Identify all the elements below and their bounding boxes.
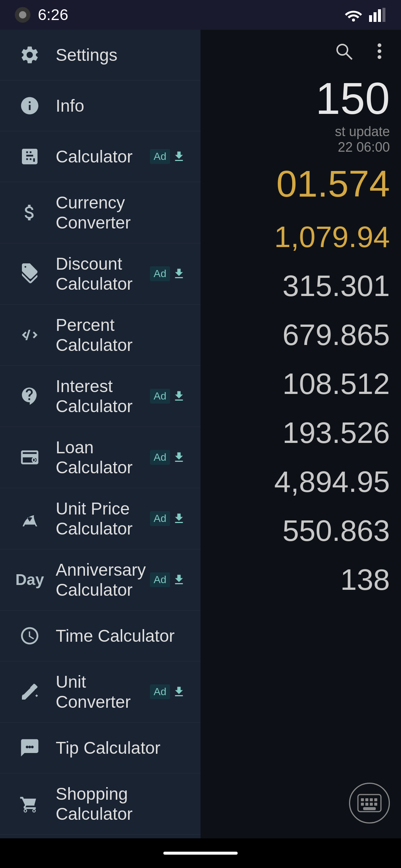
wifi-icon (344, 8, 363, 22)
sidebar-item-shopping-calculator[interactable]: Shopping Calculator (0, 773, 200, 835)
search-icon[interactable] (333, 41, 354, 62)
bg-value-2: 679.865 (200, 318, 390, 352)
svg-rect-2 (369, 15, 372, 22)
discount-icon (15, 259, 45, 289)
sidebar-item-loan-calculator[interactable]: Loan Calculator Ad (0, 427, 200, 488)
unit-converter-label: Unit Converter (56, 672, 150, 712)
svg-rect-16 (361, 803, 364, 806)
calculator-ad-badge: Ad (150, 149, 186, 164)
sidebar-item-interest-calculator[interactable]: Interest Calculator Ad (0, 366, 200, 427)
anniversary-ad-badge: Ad (150, 572, 186, 587)
svg-line-7 (346, 53, 352, 59)
cart-icon (15, 789, 45, 819)
bg-update: st update 22 06:00 (200, 124, 390, 155)
sidebar-item-settings[interactable]: Settings (0, 30, 200, 80)
unit-converter-ad-badge: Ad (150, 684, 186, 699)
svg-rect-20 (363, 807, 376, 810)
sidebar-item-unit-converter[interactable]: Unit Converter Ad (0, 661, 200, 723)
svg-point-9 (378, 49, 381, 53)
day-icon: Day (15, 565, 45, 595)
info-icon (15, 91, 45, 121)
loan-calculator-label: Loan Calculator (56, 437, 150, 477)
svg-rect-19 (374, 803, 377, 806)
interest-calculator-label: Interest Calculator (56, 376, 150, 416)
discount-ad-badge: Ad (150, 266, 186, 281)
info-label: Info (56, 96, 186, 116)
settings-label: Settings (56, 45, 186, 65)
svg-rect-4 (378, 9, 381, 22)
status-time: 6:26 (38, 6, 68, 24)
percent-icon (15, 320, 45, 350)
svg-rect-13 (365, 798, 368, 801)
signal-icon (369, 8, 386, 22)
dollar-icon (15, 198, 45, 227)
sidebar-item-calculator[interactable]: Calculator Ad (0, 131, 200, 182)
discount-calculator-label: Discount Calculator (56, 254, 150, 294)
loan-ad-badge: Ad (150, 450, 186, 465)
svg-point-8 (378, 43, 381, 47)
bg-value-6: 550.863 (200, 514, 390, 548)
status-icons (344, 8, 386, 22)
bg-value-7: 138 (200, 563, 390, 597)
svg-point-22 (26, 746, 29, 748)
ruler-icon (15, 677, 45, 707)
loan-icon (15, 443, 45, 472)
keyboard-fab[interactable] (349, 783, 390, 823)
sidebar-item-info[interactable]: Info (0, 80, 200, 131)
svg-point-10 (378, 55, 381, 59)
sidebar-item-anniversary-calculator[interactable]: Day Anniversary Calculator Ad (0, 549, 200, 611)
shopping-calculator-label: Shopping Calculator (56, 784, 186, 824)
svg-point-24 (31, 746, 34, 748)
sidebar-item-discount-calculator[interactable]: Discount Calculator Ad (0, 243, 200, 305)
calculator-icon (15, 142, 45, 171)
svg-rect-5 (382, 8, 385, 22)
svg-rect-15 (374, 798, 377, 801)
svg-point-6 (337, 45, 348, 55)
interest-ad-badge: Ad (150, 389, 186, 404)
anniversary-calculator-label: Anniversary Calculator (56, 560, 150, 600)
svg-point-0 (19, 11, 26, 19)
svg-rect-18 (370, 803, 373, 806)
sidebar-item-unit-price-calculator[interactable]: Unit Price Calculator Ad (0, 488, 200, 549)
svg-rect-17 (365, 803, 368, 806)
bg-value-3: 108.512 (200, 367, 390, 401)
percent-calculator-label: Percent Calculator (56, 315, 186, 355)
bg-main-value: 01.574 (200, 162, 390, 205)
interest-icon (15, 381, 45, 411)
navigation-drawer: Settings Info Calculator Ad Currency (0, 30, 200, 868)
scale-icon (15, 504, 45, 533)
clock-icon (15, 621, 45, 651)
unit-price-ad-badge: Ad (150, 511, 186, 526)
status-bar: 6:26 (0, 0, 401, 30)
sidebar-item-time-calculator[interactable]: Time Calculator (0, 611, 200, 661)
sidebar-item-percent-calculator[interactable]: Percent Calculator (0, 305, 200, 366)
nav-bar (0, 838, 401, 868)
svg-point-23 (29, 746, 31, 748)
tip-icon (15, 733, 45, 763)
more-icon[interactable] (369, 41, 390, 62)
calculator-label: Calculator (56, 147, 150, 167)
bg-value-1: 315.301 (200, 269, 390, 303)
nav-indicator (163, 852, 238, 855)
gear-icon (15, 40, 45, 70)
svg-point-1 (352, 19, 355, 22)
bg-value-0: 1,079.94 (200, 220, 390, 254)
unit-price-calculator-label: Unit Price Calculator (56, 499, 150, 539)
bg-value-4: 193.526 (200, 416, 390, 450)
time-calculator-label: Time Calculator (56, 626, 186, 646)
tip-calculator-label: Tip Calculator (56, 738, 186, 758)
bg-value-5: 4,894.95 (200, 465, 390, 499)
currency-converter-label: Currency Converter (56, 193, 186, 233)
sidebar-item-currency-converter[interactable]: Currency Converter (0, 182, 200, 243)
svg-rect-14 (370, 798, 373, 801)
sidebar-item-tip-calculator[interactable]: Tip Calculator (0, 723, 200, 773)
bg-top-number: 150 (200, 73, 390, 124)
svg-rect-12 (361, 798, 364, 801)
svg-rect-3 (374, 12, 376, 22)
bg-values-list: 1,079.94 315.301 679.865 108.512 193.526… (200, 220, 390, 597)
